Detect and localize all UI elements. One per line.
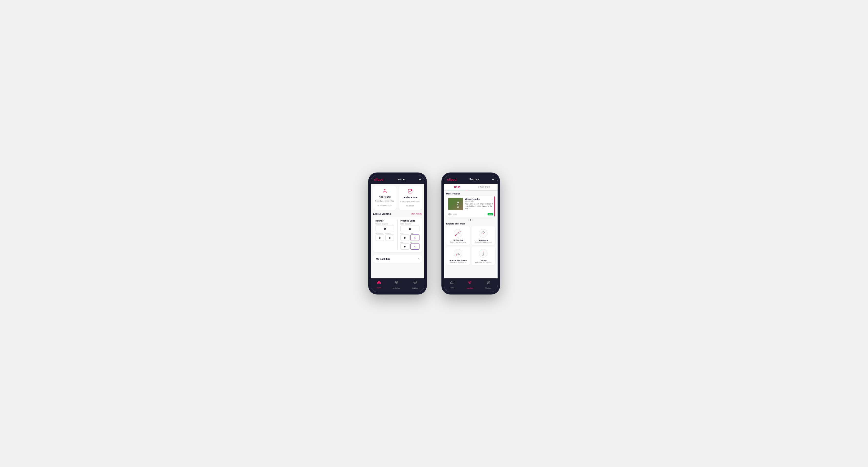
shots-label: 9 shots (448, 213, 457, 215)
around-green-title: Around The Green (448, 259, 468, 261)
svg-point-27 (485, 234, 485, 234)
ott-col: OTT 0 (400, 233, 409, 241)
putting-desc: Make and lag practice (473, 261, 493, 263)
bottom-nav-2: Home Activities (444, 278, 498, 292)
approach-icon (478, 229, 488, 238)
golf-bag-chevron: › (418, 257, 419, 260)
menu-icon-1[interactable]: ≡ (419, 177, 421, 181)
header-1: clippd Home ≡ (371, 175, 424, 184)
svg-point-11 (457, 201, 459, 203)
header-title-1: Home (398, 178, 405, 181)
approach-desc: Dial-in to hit the green (473, 241, 493, 243)
app-value: 4 (414, 237, 415, 239)
practice-box: 0 (385, 235, 394, 241)
nav-capture-2[interactable]: Capture (485, 280, 492, 290)
explore-label: Explore skill areas (444, 222, 498, 226)
add-round-card[interactable]: Add Round Record your shots in fast or e… (373, 186, 397, 210)
action-cards: Add Round Record your shots in fast or e… (373, 186, 422, 210)
svg-point-36 (459, 253, 459, 254)
stats-card: Rounds Rounds Capture 0 Tournament 0 (373, 217, 422, 252)
practice-tabs: Drills Favourites (444, 184, 498, 191)
featured-thumb-img (448, 198, 463, 210)
nav-home-1[interactable]: Home (376, 281, 381, 289)
svg-line-15 (458, 206, 459, 208)
dot-3 (472, 219, 473, 221)
app-col: APP 4 (410, 233, 420, 241)
skill-off-the-tee[interactable]: Off The Tee Power and accuracy (446, 226, 470, 245)
practice-content: Most Popular ☆ (444, 191, 498, 278)
svg-line-14 (457, 206, 458, 208)
menu-icon-2[interactable]: ≡ (492, 177, 494, 181)
dot-2 (470, 219, 471, 221)
putting-icon-area (478, 248, 488, 258)
off-the-tee-icon-area (453, 228, 463, 238)
tab-favourites[interactable]: Favourites (471, 184, 498, 190)
activity-section-header: Last 3 Months View Activity (373, 212, 422, 215)
featured-desc: Play 1 shot at each target yardage. If y… (465, 203, 493, 209)
skill-grid: Off The Tee Power and accuracy (444, 226, 498, 268)
golf-bag-label: My Golf Bag (376, 257, 390, 260)
putting-icon (478, 249, 488, 258)
svg-point-18 (449, 214, 450, 215)
drills-title: Practice Drills (400, 220, 420, 222)
nav-home-label-2: Home (450, 287, 454, 289)
practice-value: 0 (389, 237, 391, 239)
golf-bag-row[interactable]: My Golf Bag › (373, 254, 422, 263)
approach-title: Approach (473, 239, 493, 241)
putting-title: Putting (473, 259, 493, 261)
add-practice-card[interactable]: Add Practice Capture your practice off-t… (399, 186, 422, 210)
rounds-capture-box: 0 (376, 225, 395, 232)
nav-capture-1[interactable]: Capture (412, 280, 418, 290)
svg-point-35 (457, 253, 458, 254)
add-practice-title: Add Practice (400, 196, 420, 198)
carousel-dots (444, 219, 498, 221)
featured-thumb (448, 198, 463, 210)
drills-capture-label: Drills Capture (400, 223, 420, 225)
nav-home-label-1: Home (376, 287, 381, 289)
phone-2: clippd Practice ≡ Drills Favourites Most… (441, 173, 500, 294)
logo-2: clippd (447, 178, 457, 181)
phone-2-screen: clippd Practice ≡ Drills Favourites Most… (444, 175, 498, 292)
header-title-2: Practice (469, 178, 479, 181)
add-practice-desc: Capture your practice off-the-course (400, 200, 420, 207)
around-green-icon-area (453, 248, 463, 258)
skill-approach[interactable]: Approach Dial-in to hit the green (471, 226, 495, 245)
around-green-icon (454, 249, 463, 258)
rounds-col: Rounds Rounds Capture 0 Tournament 0 (376, 220, 395, 250)
view-activity-link[interactable]: View Activity (411, 213, 422, 215)
arg-value: 0 (404, 245, 406, 248)
activities-icon-2 (467, 280, 473, 285)
skill-putting[interactable]: Putting Make and lag practice (471, 246, 495, 265)
activities-icon-1 (393, 280, 400, 285)
putt-value: 4 (414, 245, 415, 248)
featured-card-inner: Wedge Ladder 50–100 yds Play 1 shot at e… (446, 196, 495, 212)
nav-home-2[interactable]: Home (450, 281, 454, 289)
target-icon (448, 213, 451, 215)
app-box: 4 (410, 235, 420, 241)
phone-1-screen: clippd Home ≡ Add Round Record your (371, 175, 424, 292)
nav-activities-2[interactable]: Activities (467, 280, 473, 290)
home-icon-1 (376, 281, 381, 285)
featured-sub: 50–100 yds (465, 200, 493, 202)
svg-point-20 (455, 235, 456, 236)
off-the-tee-desc: Power and accuracy (448, 241, 468, 243)
around-green-desc: Hone your short game (448, 261, 468, 263)
featured-title: Wedge Ladder (465, 198, 493, 200)
approach-icon-area (478, 228, 488, 238)
logo-1: clippd (374, 178, 383, 181)
drills-capture-box: 8 (400, 225, 420, 232)
featured-footer: 9 shots APP (446, 212, 495, 217)
nav-activities-label-1: Activities (393, 287, 400, 289)
svg-point-32 (454, 249, 462, 257)
svg-point-26 (481, 234, 482, 234)
tournament-value: 0 (379, 237, 381, 239)
rounds-capture-label: Rounds Capture (376, 223, 395, 225)
nav-capture-label-1: Capture (412, 287, 418, 289)
tab-drills[interactable]: Drills (444, 184, 471, 190)
featured-card[interactable]: ☆ (446, 196, 495, 217)
bottom-nav-1: Home Activities (371, 278, 424, 292)
nav-activities-1[interactable]: Activities (393, 280, 400, 290)
skill-around-the-green[interactable]: Around The Green Hone your short game (446, 246, 470, 265)
most-popular-label: Most Popular (444, 191, 498, 196)
drills-capture-value: 8 (409, 227, 411, 230)
